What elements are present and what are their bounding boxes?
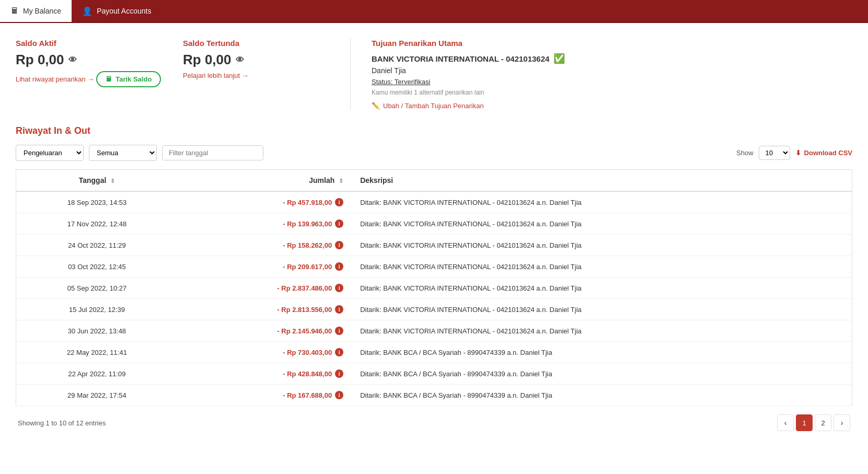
cell-amount: - Rp 139.963,00i — [178, 213, 352, 235]
cell-date: 22 Apr 2022, 11:09 — [16, 363, 178, 385]
wallet-icon: 🖩 — [10, 6, 19, 16]
amount-info-icon[interactable]: i — [335, 241, 343, 249]
amount-info-icon[interactable]: i — [335, 219, 343, 228]
cell-date: 30 Jun 2022, 13:48 — [16, 320, 178, 342]
amount-info-icon[interactable]: i — [335, 198, 343, 206]
cell-date: 03 Oct 2022, 12:45 — [16, 256, 178, 278]
saldo-tertunda-value: Rp 0,00 👁 — [183, 52, 329, 68]
table-row: 29 Mar 2022, 17:54- Rp 167.688,00iDitari… — [16, 385, 852, 406]
status-link[interactable]: Status: Terverifikasi — [372, 78, 831, 86]
filter-status-select[interactable]: Semua Berhasil Gagal — [89, 145, 157, 161]
saldo-tertunda-block: Saldo Tertunda Rp 0,00 👁 Pelajari lebih … — [183, 39, 350, 110]
cell-description: Ditarik: BANK BCA / BCA Syariah - 899047… — [352, 363, 852, 385]
saldo-aktif-block: Saldo Aktif Rp 0,00 👁 Lihat riwayat pena… — [16, 39, 183, 110]
eye-icon-aktif[interactable]: 👁 — [68, 55, 77, 65]
pelajari-link[interactable]: Pelajari lebih lanjut → — [183, 72, 249, 79]
showing-text: Showing 1 to 10 of 12 entries — [18, 419, 106, 427]
table-row: 03 Oct 2022, 12:45- Rp 209.617,00iDitari… — [16, 256, 852, 278]
amount-info-icon[interactable]: i — [335, 262, 343, 271]
table-row: 05 Sep 2022, 10:27- Rp 2.837.486,00iDita… — [16, 278, 852, 299]
show-label: Show — [736, 149, 754, 157]
section-title: Riwayat In & Out — [16, 125, 852, 136]
cell-date: 17 Nov 2022, 12:48 — [16, 213, 178, 235]
tab-payout-accounts[interactable]: 👤 Payout Accounts — [72, 0, 161, 22]
page-1-button[interactable]: 1 — [796, 414, 813, 431]
table-row: 30 Jun 2022, 13:48- Rp 2.145.946,00iDita… — [16, 320, 852, 342]
history-table: Tanggal ⇕ Jumlah ⇕ Deksripsi 18 Sep 2023… — [16, 169, 852, 406]
tujuan-title: Tujuan Penarikan Utama — [372, 39, 831, 48]
saldo-aktif-label: Saldo Aktif — [16, 39, 162, 48]
edit-icon: ✏️ — [372, 102, 380, 110]
col-jumlah: Jumlah ⇕ — [178, 170, 352, 192]
cell-date: 05 Sep 2022, 10:27 — [16, 278, 178, 299]
download-csv-button[interactable]: ⬇ Download CSV — [795, 149, 852, 157]
table-row: 24 Oct 2022, 11:29- Rp 158.262,00iDitari… — [16, 235, 852, 256]
prev-page-button[interactable]: ‹ — [777, 414, 794, 431]
pagination: ‹ 1 2 › — [777, 414, 850, 431]
table-row: 18 Sep 2023, 14:53- Rp 457.918,00iDitari… — [16, 191, 852, 213]
table-row: 22 Apr 2022, 11:09- Rp 428.848,00iDitari… — [16, 363, 852, 385]
col-deksripsi: Deksripsi — [352, 170, 852, 192]
filter-date-input[interactable] — [162, 145, 263, 160]
tabs-bar: 🖩 My Balance 👤 Payout Accounts — [0, 0, 868, 23]
table-row: 15 Jul 2022, 12:39- Rp 2.813.556,00iDita… — [16, 299, 852, 320]
lihat-riwayat-link[interactable]: Lihat riwayat penarikan → — [16, 75, 94, 83]
wallet-small-icon: 🖩 — [106, 75, 112, 83]
cell-description: Ditarik: BANK VICTORIA INTERNATIONAL - 0… — [352, 299, 852, 320]
amount-info-icon[interactable]: i — [335, 305, 343, 314]
cell-date: 24 Oct 2022, 11:29 — [16, 235, 178, 256]
col-tanggal: Tanggal ⇕ — [16, 170, 178, 192]
download-icon: ⬇ — [795, 149, 801, 157]
tarik-saldo-button[interactable]: 🖩 Tarik Saldo — [96, 71, 161, 87]
table-footer: Showing 1 to 10 of 12 entries ‹ 1 2 › — [16, 414, 852, 431]
cell-date: 15 Jul 2022, 12:39 — [16, 299, 178, 320]
amount-info-icon[interactable]: i — [335, 369, 343, 378]
cell-amount: - Rp 167.688,00i — [178, 385, 352, 406]
eye-icon-tertunda[interactable]: 👁 — [236, 55, 244, 65]
account-holder: Daniel Tjia — [372, 66, 831, 75]
filter-bar: Pengeluaran Pemasukan Semua Semua Berhas… — [16, 145, 852, 161]
cell-amount: - Rp 428.848,00i — [178, 363, 352, 385]
cell-amount: - Rp 2.813.556,00i — [178, 299, 352, 320]
cell-date: 29 Mar 2022, 17:54 — [16, 385, 178, 406]
cell-amount: - Rp 457.918,00i — [178, 191, 352, 213]
cell-amount: - Rp 730.403,00i — [178, 342, 352, 363]
amount-info-icon[interactable]: i — [335, 348, 343, 356]
cell-description: Ditarik: BANK VICTORIA INTERNATIONAL - 0… — [352, 191, 852, 213]
cell-description: Ditarik: BANK VICTORIA INTERNATIONAL - 0… — [352, 256, 852, 278]
next-page-button[interactable]: › — [834, 414, 850, 431]
saldo-aktif-value: Rp 0,00 👁 — [16, 52, 162, 68]
alt-info: Kamu memiliki 1 alternatif penarikan lai… — [372, 89, 831, 96]
sort-tanggal-icon[interactable]: ⇕ — [110, 178, 115, 184]
tab-my-balance[interactable]: 🖩 My Balance — [0, 0, 72, 22]
cell-description: Ditarik: BANK VICTORIA INTERNATIONAL - 0… — [352, 320, 852, 342]
cell-amount: - Rp 158.262,00i — [178, 235, 352, 256]
cell-amount: - Rp 2.837.486,00i — [178, 278, 352, 299]
show-count-select[interactable]: 10 25 50 — [759, 146, 790, 160]
filter-type-select[interactable]: Pengeluaran Pemasukan Semua — [16, 145, 84, 161]
page-2-button[interactable]: 2 — [815, 414, 831, 431]
cell-date: 22 May 2022, 11:41 — [16, 342, 178, 363]
cell-date: 18 Sep 2023, 14:53 — [16, 191, 178, 213]
amount-info-icon[interactable]: i — [335, 284, 343, 292]
cell-amount: - Rp 2.145.946,00i — [178, 320, 352, 342]
ubah-link[interactable]: ✏️ Ubah / Tambah Tujuan Penarikan — [372, 102, 484, 110]
bank-name: BANK VICTORIA INTERNATIONAL - 0421013624… — [372, 53, 831, 64]
cell-description: Ditarik: BANK BCA / BCA Syariah - 899047… — [352, 342, 852, 363]
cell-description: Ditarik: BANK BCA / BCA Syariah - 899047… — [352, 385, 852, 406]
tujuan-block: Tujuan Penarikan Utama BANK VICTORIA INT… — [350, 39, 852, 110]
cell-description: Ditarik: BANK VICTORIA INTERNATIONAL - 0… — [352, 278, 852, 299]
table-row: 17 Nov 2022, 12:48- Rp 139.963,00iDitari… — [16, 213, 852, 235]
main-content: Saldo Aktif Rp 0,00 👁 Lihat riwayat pena… — [0, 23, 868, 442]
verified-icon: ✅ — [553, 53, 565, 64]
amount-info-icon[interactable]: i — [335, 391, 343, 399]
sort-jumlah-icon[interactable]: ⇕ — [339, 178, 343, 184]
cell-description: Ditarik: BANK VICTORIA INTERNATIONAL - 0… — [352, 213, 852, 235]
stats-section: Saldo Aktif Rp 0,00 👁 Lihat riwayat pena… — [16, 39, 852, 110]
riwayat-section: Riwayat In & Out Pengeluaran Pemasukan S… — [16, 125, 852, 431]
cell-description: Ditarik: BANK VICTORIA INTERNATIONAL - 0… — [352, 235, 852, 256]
amount-info-icon[interactable]: i — [335, 327, 343, 335]
user-icon: 👤 — [82, 6, 92, 16]
cell-amount: - Rp 209.617,00i — [178, 256, 352, 278]
table-row: 22 May 2022, 11:41- Rp 730.403,00iDitari… — [16, 342, 852, 363]
